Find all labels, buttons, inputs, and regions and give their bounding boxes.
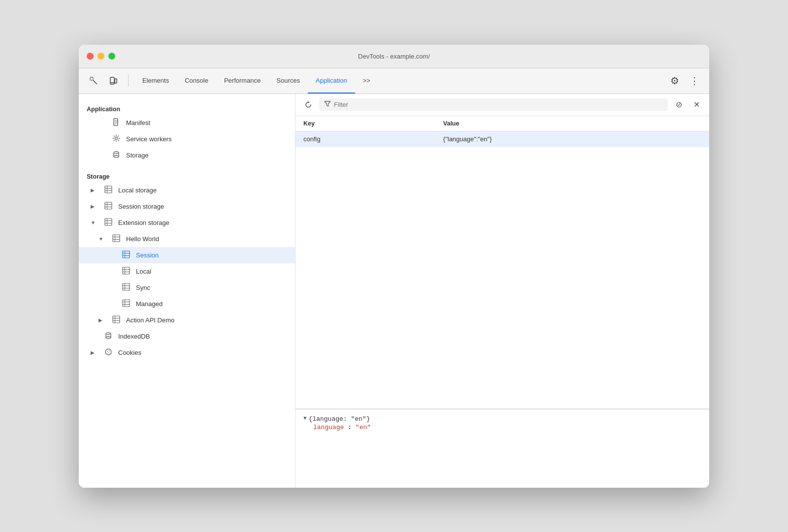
tab-performance[interactable]: Performance (216, 68, 268, 94)
sidebar-item-storage[interactable]: Storage (79, 147, 295, 163)
svg-rect-18 (105, 202, 112, 209)
preview-value: "en" (356, 424, 371, 431)
cylinder-icon (111, 151, 121, 160)
gear-icon (111, 134, 121, 144)
col-key: Key (296, 116, 435, 131)
service-workers-label: Service workers (126, 135, 171, 143)
action-api-label: Action API Demo (126, 316, 174, 324)
session-storage-label: Session storage (118, 203, 164, 210)
cookies-label: Cookies (118, 349, 141, 356)
window-title: DevTools - example.com/ (358, 53, 430, 60)
extension-storage-expander: ▼ (91, 220, 98, 225)
svg-rect-22 (105, 219, 112, 225)
refresh-button[interactable] (301, 98, 315, 112)
traffic-lights (87, 53, 115, 60)
session-storage-expander: ▶ (91, 204, 98, 209)
tab-sources[interactable]: Sources (268, 68, 308, 94)
action-api-expander: ▶ (98, 317, 106, 323)
svg-point-54 (105, 349, 111, 355)
inspect-element-button[interactable] (85, 72, 102, 90)
svg-point-50 (106, 333, 111, 335)
svg-point-58 (107, 352, 107, 353)
tab-elements[interactable]: Elements (134, 68, 177, 94)
grid-icon-ext (103, 218, 113, 227)
sidebar: Application Manifest (79, 94, 296, 488)
data-table: Key Value config {"language":"en"} (296, 116, 709, 409)
right-panel: ⊘ ✕ Key Value config {"language":"en"} (296, 94, 709, 488)
sidebar-item-hello-world[interactable]: ▼ Hello World (79, 231, 295, 247)
clear-filter-button[interactable]: ⊘ (672, 98, 686, 112)
toolbar-right: ⚙ ⋮ (666, 72, 703, 90)
device-toolbar-button[interactable] (104, 72, 122, 90)
maximize-button[interactable] (108, 53, 115, 60)
sidebar-item-cookies[interactable]: ▶ Cookies (79, 344, 295, 361)
devtools-window: DevTools - example.com/ Elements Console… (79, 45, 709, 488)
svg-rect-26 (113, 235, 120, 242)
tab-application[interactable]: Application (308, 68, 355, 94)
minimize-button[interactable] (98, 53, 104, 60)
hello-world-expander: ▼ (98, 236, 106, 242)
cell-value: {"language":"en"} (435, 131, 709, 147)
svg-point-10 (114, 152, 119, 154)
session-label: Session (136, 251, 159, 259)
grid-icon-hw (111, 234, 121, 244)
svg-rect-38 (123, 283, 130, 290)
sidebar-item-manifest[interactable]: Manifest (79, 115, 295, 131)
manifest-label: Manifest (126, 119, 150, 126)
svg-point-13 (114, 156, 119, 157)
sync-label: Sync (136, 284, 150, 291)
grid-icon-session (103, 202, 113, 211)
sidebar-item-extension-storage[interactable]: ▼ Extension storage (79, 215, 295, 231)
more-options-button[interactable]: ⋮ (686, 72, 703, 90)
local-storage-expander: ▶ (91, 188, 98, 193)
local-storage-label: Local storage (118, 187, 157, 194)
close-button[interactable] (87, 53, 94, 60)
hello-world-label: Hello World (126, 235, 159, 243)
sidebar-item-local-storage[interactable]: ▶ Local storage (79, 182, 295, 198)
filter-input[interactable] (334, 101, 663, 108)
sidebar-section-storage: Storage (79, 169, 295, 182)
svg-rect-30 (123, 251, 130, 258)
svg-rect-46 (113, 316, 120, 323)
grid-icon-local (103, 186, 113, 195)
grid-icon-sync (121, 283, 131, 292)
toolbar: Elements Console Performance Sources App… (79, 68, 709, 94)
sidebar-item-session[interactable]: Session (79, 247, 295, 263)
sidebar-item-session-storage[interactable]: ▶ Session storage (79, 198, 295, 215)
filter-icon (324, 100, 331, 109)
tab-more[interactable]: >> (355, 68, 378, 94)
svg-point-53 (106, 337, 111, 339)
svg-rect-4 (115, 79, 117, 83)
svg-rect-0 (90, 77, 93, 80)
grid-icon-local2 (121, 267, 131, 276)
sidebar-item-service-workers[interactable]: Service workers (79, 131, 295, 147)
sidebar-item-managed[interactable]: Managed (79, 296, 295, 312)
svg-point-9 (115, 137, 118, 139)
close-button[interactable]: ✕ (690, 98, 703, 112)
svg-point-56 (109, 350, 110, 351)
col-value: Value (435, 116, 709, 131)
sidebar-item-local[interactable]: Local (79, 263, 295, 280)
filter-actions: ⊘ ✕ (672, 98, 703, 112)
filter-input-wrap (319, 98, 668, 111)
title-bar: DevTools - example.com/ (79, 45, 709, 68)
cell-key: config (296, 131, 435, 147)
table-row[interactable]: config {"language":"en"} (296, 131, 709, 147)
tab-console[interactable]: Console (177, 68, 216, 94)
preview-expander[interactable]: ▼ (303, 415, 307, 421)
indexeddb-label: IndexedDB (118, 333, 150, 340)
grid-icon-session2 (121, 250, 131, 260)
preview-root-row: ▼ {language: "en"} (303, 415, 701, 423)
settings-button[interactable]: ⚙ (666, 72, 684, 90)
storage-table: Key Value config {"language":"en"} (296, 116, 709, 147)
svg-rect-42 (123, 300, 130, 307)
sidebar-item-action-api[interactable]: ▶ Action API Demo (79, 312, 295, 328)
svg-line-1 (93, 80, 97, 84)
svg-point-55 (107, 351, 108, 352)
sidebar-item-sync[interactable]: Sync (79, 280, 295, 296)
sidebar-item-indexeddb[interactable]: IndexedDB (79, 328, 295, 344)
preview-colon: : (348, 424, 356, 431)
cookies-expander: ▶ (91, 350, 98, 355)
storage-label: Storage (126, 152, 149, 159)
nav-tabs: Elements Console Performance Sources App… (134, 68, 664, 94)
